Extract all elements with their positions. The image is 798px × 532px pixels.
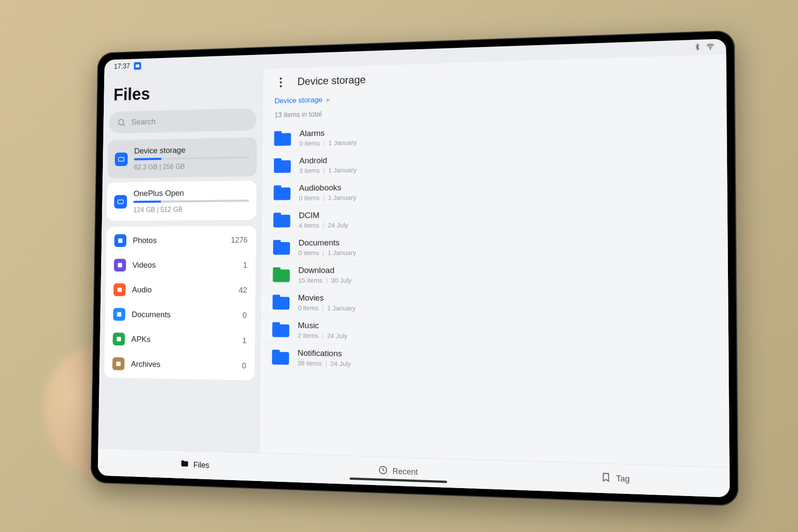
folder-icon [273, 295, 290, 310]
folder-icon [274, 185, 290, 200]
folder-icon [274, 131, 291, 146]
folder-meta: 15 items|30 July [298, 277, 715, 285]
storage-card-device-storage[interactable]: Device storage 62.3 GB | 256 GB [107, 137, 257, 178]
status-time: 17:37 [114, 63, 130, 70]
storage-name: OnePlus Open [133, 188, 249, 198]
folder-movies[interactable]: Movies 0 items|1 January [261, 289, 728, 320]
folder-icon [274, 212, 290, 227]
category-icon [113, 283, 126, 296]
folder-meta: 0 items|1 January [298, 304, 715, 315]
category-label: Archives [131, 359, 235, 370]
main-title: Device storage [297, 74, 366, 88]
svg-rect-5 [118, 239, 123, 243]
folder-documents[interactable]: Documents 0 items|1 January [261, 231, 728, 261]
chevron-right-icon: ▶ [327, 97, 331, 103]
storage-size: 62.3 GB | 256 GB [134, 162, 249, 171]
folder-icon [272, 350, 289, 365]
nav-recent[interactable]: Recent [294, 454, 505, 489]
category-label: Videos [133, 260, 237, 270]
search-icon [117, 118, 126, 127]
category-label: Documents [132, 310, 236, 320]
categories-list: Photos 1276 Videos 1 Audio 42 Documents … [104, 226, 256, 380]
category-videos[interactable]: Videos 1 [106, 253, 256, 278]
folder-dcim[interactable]: DCIM 4 items|24 July [262, 202, 728, 234]
storage-card-oneplus-open[interactable]: OnePlus Open 124 GB | 512 GB [107, 180, 257, 221]
nav-label: Files [193, 461, 209, 470]
device-icon [115, 152, 128, 166]
status-app-icon [134, 62, 141, 70]
category-count: 0 [242, 361, 246, 371]
app-title: Files [104, 69, 263, 112]
breadcrumb-link[interactable]: Device storage [274, 96, 322, 106]
more-icon[interactable] [275, 77, 287, 87]
category-archives[interactable]: Archives 0 [104, 351, 255, 379]
category-documents[interactable]: Documents 0 [105, 302, 255, 328]
category-icon [112, 357, 125, 370]
category-icon [114, 259, 126, 272]
category-count: 0 [243, 311, 247, 320]
search-placeholder: Search [131, 117, 156, 127]
svg-point-1 [710, 48, 711, 49]
wifi-icon [706, 42, 715, 52]
svg-rect-7 [117, 287, 122, 292]
folder-name: Movies [298, 293, 715, 305]
device-icon [114, 195, 127, 208]
category-count: 1276 [231, 235, 248, 245]
folder-name: DCIM [299, 207, 714, 220]
category-count: 1 [242, 336, 246, 345]
category-label: Photos [133, 235, 224, 245]
category-count: 1 [243, 261, 247, 270]
svg-rect-6 [118, 263, 122, 267]
folder-name: Download [298, 266, 715, 276]
category-audio[interactable]: Audio 42 [106, 278, 256, 303]
clock-icon [378, 465, 388, 477]
nav-label: Recent [392, 467, 418, 477]
folder-icon [274, 158, 291, 173]
folder-icon [180, 459, 189, 471]
folder-meta: 0 items|1 January [298, 248, 714, 256]
svg-rect-4 [118, 200, 123, 203]
bookmark-icon [601, 472, 611, 485]
folder-icon [273, 240, 290, 254]
search-input[interactable]: Search [109, 108, 257, 134]
folder-list: Alarms 0 items|1 January Android 3 items… [259, 115, 730, 467]
nav-label: Tag [616, 474, 630, 484]
storage-name: Device storage [134, 144, 249, 156]
svg-rect-8 [117, 312, 121, 317]
folder-name: Documents [298, 236, 714, 248]
category-icon [113, 308, 125, 321]
folder-download[interactable]: Download 15 items|30 July [261, 261, 728, 290]
category-count: 42 [239, 286, 247, 295]
svg-rect-9 [117, 337, 121, 341]
folder-meta: 4 items|24 July [299, 219, 714, 229]
category-photos[interactable]: Photos 1276 [106, 227, 256, 253]
bluetooth-icon [693, 43, 701, 52]
svg-rect-0 [136, 64, 139, 67]
svg-rect-3 [118, 157, 124, 161]
folder-notifications[interactable]: Notifications 39 items|24 July [260, 344, 729, 379]
main-pane: Device storage Device storage ▶ 13 items… [259, 54, 730, 467]
nav-files[interactable]: Files [98, 448, 295, 482]
category-label: Audio [132, 285, 232, 295]
category-label: APKs [131, 335, 236, 345]
folder-icon [273, 267, 289, 282]
sidebar: Files Search Device storage 62.3 GB | 25… [98, 69, 262, 453]
storage-size: 124 GB | 512 GB [133, 205, 249, 214]
category-icon [114, 234, 127, 247]
nav-tag[interactable]: Tag [505, 461, 730, 497]
svg-rect-10 [116, 361, 121, 366]
category-apks[interactable]: APKs 1 [105, 327, 255, 353]
folder-icon [272, 322, 289, 337]
category-icon [113, 332, 125, 345]
